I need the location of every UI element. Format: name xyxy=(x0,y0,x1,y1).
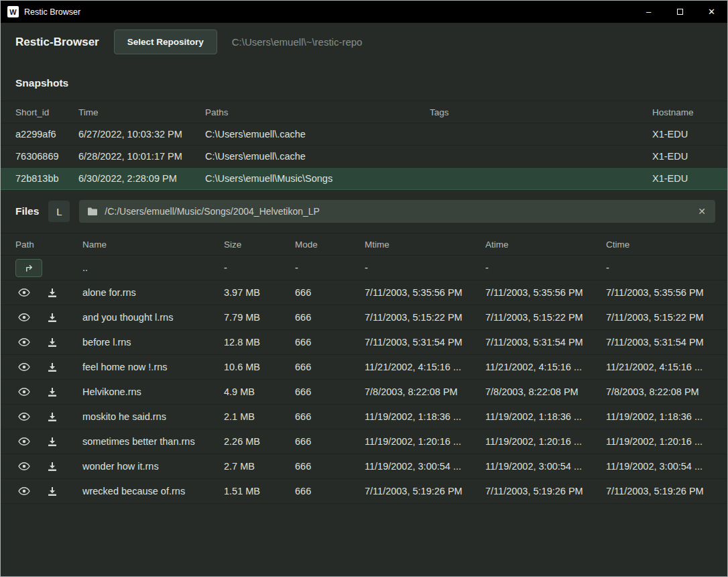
snapshot-time: 6/27/2022, 10:03:32 PM xyxy=(78,123,205,146)
snapshot-row[interactable]: 76306869 6/28/2022, 10:01:17 PM C:\Users… xyxy=(1,146,727,168)
file-size: 1.51 MB xyxy=(224,479,295,504)
file-row[interactable]: and you thought l.rns 7.79 MB 666 7/11/2… xyxy=(1,305,727,330)
file-row[interactable]: wrecked because of.rns 1.51 MB 666 7/11/… xyxy=(1,479,727,504)
parent-dir-row[interactable]: .. - - - - - xyxy=(1,256,727,280)
column-header-time[interactable]: Time xyxy=(78,101,205,123)
column-header-short-id[interactable]: Short_id xyxy=(1,101,78,123)
download-file-button[interactable] xyxy=(44,383,61,401)
file-atime: 7/11/2003, 5:15:22 PM xyxy=(485,305,606,330)
snapshot-time: 6/30/2022, 2:28:09 PM xyxy=(78,168,205,190)
column-header-tags[interactable]: Tags xyxy=(430,101,652,123)
column-header-atime[interactable]: Atime xyxy=(485,233,606,256)
file-atime: 11/19/2002, 1:18:36 ... xyxy=(485,405,606,429)
download-file-button[interactable] xyxy=(44,408,61,425)
column-header-ctime[interactable]: Ctime xyxy=(606,233,727,256)
column-header-hostname[interactable]: Hostname xyxy=(652,101,727,123)
preview-file-button[interactable] xyxy=(15,333,33,351)
snapshot-row[interactable]: 72b813bb 6/30/2022, 2:28:09 PM C:\Users\… xyxy=(1,168,727,190)
select-repository-button[interactable]: Select Repository xyxy=(114,30,217,54)
download-file-button[interactable] xyxy=(44,482,61,500)
file-path-bar[interactable]: /C:/Users/emuell/Music/Songs/2004_Helvet… xyxy=(79,200,715,223)
file-row[interactable]: Helvikone.rns 4.9 MB 666 7/8/2003, 8:22:… xyxy=(1,380,727,405)
files-heading: Files xyxy=(15,205,39,217)
column-header-path[interactable]: Path xyxy=(1,233,82,256)
download-file-button[interactable] xyxy=(44,433,61,450)
file-name: wonder how it.rns xyxy=(82,454,224,479)
file-row[interactable]: sometimes better than.rns 2.26 MB 666 11… xyxy=(1,429,727,454)
download-file-button[interactable] xyxy=(44,458,61,475)
file-mode: 666 xyxy=(295,380,365,405)
clear-path-button[interactable]: ✕ xyxy=(696,206,707,217)
column-header-paths[interactable]: Paths xyxy=(205,101,430,123)
snapshot-tags xyxy=(430,123,652,146)
download-icon xyxy=(47,387,58,397)
column-header-size[interactable]: Size xyxy=(224,233,295,256)
snapshots-header-row: Short_id Time Paths Tags Hostname xyxy=(1,101,727,123)
preview-file-button[interactable] xyxy=(15,482,33,500)
file-mtime: - xyxy=(365,256,485,280)
preview-file-button[interactable] xyxy=(15,284,33,301)
app-name: Restic-Browser xyxy=(15,36,99,49)
file-row[interactable]: moskito he said.rns 2.1 MB 666 11/19/200… xyxy=(1,405,727,429)
file-ctime: 7/11/2003, 5:15:22 PM xyxy=(606,305,727,330)
download-file-button[interactable] xyxy=(44,284,61,301)
file-mtime: 11/19/2002, 3:00:54 ... xyxy=(365,454,485,479)
download-icon xyxy=(47,437,58,447)
file-row[interactable]: before l.rns 12.8 MB 666 7/11/2003, 5:31… xyxy=(1,330,727,355)
download-icon xyxy=(47,462,58,472)
file-size: 2.7 MB xyxy=(224,454,295,479)
maximize-icon xyxy=(677,9,683,15)
file-atime: 7/11/2003, 5:35:56 PM xyxy=(485,280,606,305)
file-name: feel home now !.rns xyxy=(82,355,224,380)
file-mode: 666 xyxy=(295,429,365,454)
file-mode: 666 xyxy=(295,330,365,355)
snapshot-paths: C:\Users\emuell\.cache xyxy=(205,123,430,146)
download-file-button[interactable] xyxy=(44,333,61,351)
go-to-parent-button[interactable] xyxy=(15,259,42,277)
download-file-button[interactable] xyxy=(44,358,61,376)
snapshot-short-id: a2299af6 xyxy=(1,123,78,146)
snapshot-hostname: X1-EDU xyxy=(652,146,727,168)
snapshot-hostname: X1-EDU xyxy=(652,123,727,146)
file-mtime: 11/19/2002, 1:18:36 ... xyxy=(365,405,485,429)
file-atime: 11/19/2002, 1:20:16 ... xyxy=(485,429,606,454)
file-mode: 666 xyxy=(295,280,365,305)
preview-file-button[interactable] xyxy=(15,433,33,450)
snapshots-table: Short_id Time Paths Tags Hostname a2299a… xyxy=(1,101,727,190)
files-header-row: Path Name Size Mode Mtime Atime Ctime xyxy=(1,233,727,256)
minimize-button[interactable]: – xyxy=(633,1,664,23)
preview-file-button[interactable] xyxy=(15,408,33,425)
download-icon xyxy=(47,337,58,348)
snapshot-hostname: X1-EDU xyxy=(652,168,727,190)
close-button[interactable]: ✕ xyxy=(696,1,727,23)
file-ctime: 11/19/2002, 1:18:36 ... xyxy=(606,405,727,429)
eye-icon xyxy=(18,313,30,322)
preview-file-button[interactable] xyxy=(15,458,33,475)
preview-file-button[interactable] xyxy=(15,358,33,376)
maximize-button[interactable] xyxy=(664,1,696,23)
preview-file-button[interactable] xyxy=(15,309,33,326)
app-logo-icon: W xyxy=(7,6,19,17)
snapshot-row[interactable]: a2299af6 6/27/2022, 10:03:32 PM C:\Users… xyxy=(1,123,727,146)
file-row[interactable]: feel home now !.rns 10.6 MB 666 11/21/20… xyxy=(1,355,727,380)
file-row[interactable]: wonder how it.rns 2.7 MB 666 11/19/2002,… xyxy=(1,454,727,479)
preview-file-button[interactable] xyxy=(15,383,33,401)
tree-toggle-button[interactable]: L xyxy=(48,201,70,222)
column-header-mode[interactable]: Mode xyxy=(295,233,365,256)
column-header-mtime[interactable]: Mtime xyxy=(365,233,485,256)
minimize-icon: – xyxy=(646,7,651,17)
file-mtime: 7/8/2003, 8:22:08 PM xyxy=(365,380,485,405)
file-ctime: 11/19/2002, 3:00:54 ... xyxy=(606,454,727,479)
file-mode: - xyxy=(295,256,365,280)
file-atime: 11/21/2002, 4:15:16 ... xyxy=(485,355,606,380)
file-name: wrecked because of.rns xyxy=(82,479,224,504)
snapshot-tags xyxy=(430,168,652,190)
file-size: 7.79 MB xyxy=(224,305,295,330)
download-icon xyxy=(47,412,58,422)
file-ctime: - xyxy=(606,256,727,280)
file-mode: 666 xyxy=(295,454,365,479)
download-file-button[interactable] xyxy=(44,309,61,326)
column-header-name[interactable]: Name xyxy=(82,233,224,256)
file-row[interactable]: alone for.rns 3.97 MB 666 7/11/2003, 5:3… xyxy=(1,280,727,305)
file-size: 10.6 MB xyxy=(224,355,295,380)
